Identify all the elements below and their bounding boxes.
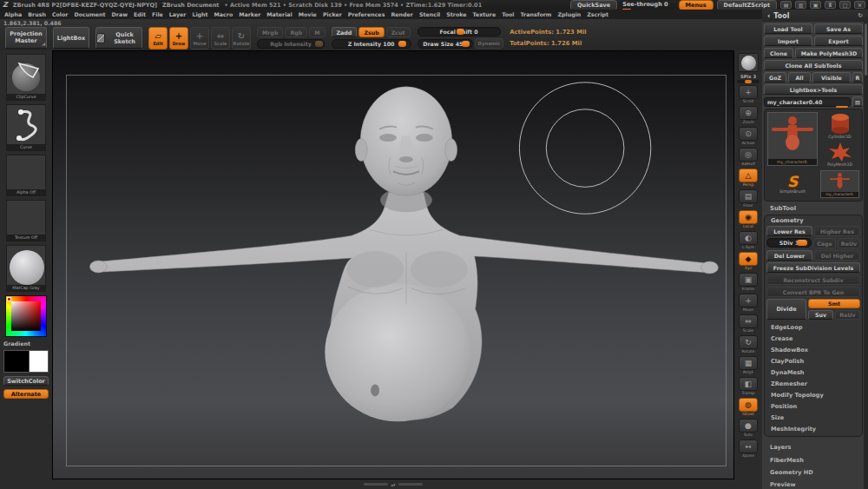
move-mode-button[interactable]: +Move [190,27,209,50]
lightbox-button[interactable]: LightBox [53,27,89,49]
menu-item[interactable]: Render [391,11,413,17]
zsub-button[interactable]: Zsub [358,27,384,37]
menu-item[interactable]: File [152,11,163,17]
back-chevron-icon[interactable]: ‹ [767,12,770,20]
panel-config-icon[interactable]: ▤ [780,1,792,9]
reuv-top-button[interactable]: ReUv [838,238,860,248]
tool-subpalette-header[interactable]: FiberMesh [764,453,863,466]
menu-item[interactable]: Macro [214,11,233,17]
geometry-subsection-header[interactable]: MeshIntegrity [766,423,860,434]
menu-item[interactable]: Movie [299,11,317,17]
current-material-thumbnail[interactable]: MatCap Gray [6,245,46,292]
menu-item[interactable]: Zscript [587,11,608,17]
shelf-button[interactable]: ⊕ Zoom [738,106,759,125]
goz-r-button[interactable]: R [852,72,863,83]
cage-button[interactable]: Cage [813,238,836,248]
menu-item[interactable]: Color [52,11,69,17]
spix-knob[interactable] [745,80,752,83]
freeze-subdivision-button[interactable]: Freeze SubDivision Levels [766,262,860,273]
menu-item[interactable]: Stencil [419,11,440,17]
spix-slider[interactable]: SPix 3 [737,74,760,83]
scale-mode-button[interactable]: ⇔Scale [211,27,230,50]
switch-color-button[interactable]: SwitchColor [3,376,49,386]
save-as-button[interactable]: Save As [814,23,863,34]
polymesh3d-tool[interactable]: PolyMesh3D [820,142,859,168]
goz-all-button[interactable]: All [788,72,811,83]
menu-item[interactable]: Tool [502,11,514,17]
convert-bpr-button[interactable]: Convert BPR To Geo [766,287,860,297]
shelf-button[interactable]: ▤ Floor [738,189,759,208]
clone-button[interactable]: Clone [764,48,793,58]
geometry-subsection-header[interactable]: ZRemesher [766,378,860,389]
shelf-button[interactable]: ⊙ Actual [738,127,759,146]
smt-toggle[interactable]: Smt [808,299,860,308]
draw-mode-button[interactable]: +Draw [169,27,188,50]
menu-item[interactable]: Document [74,11,105,17]
current-stroke-thumbnail[interactable]: Curve [6,104,46,151]
reuv-toggle[interactable]: ReUv [835,310,860,320]
current-texture-thumbnail[interactable]: Texture Off [6,200,46,241]
z-intensity-knob[interactable] [398,41,406,47]
active-tool-thumbnail[interactable]: my_character0. [767,112,818,166]
subtool-section-header[interactable]: SubTool [764,203,863,213]
higher-res-button[interactable]: Higher Res [814,226,860,236]
del-lower-button[interactable]: Del Lower [766,250,812,261]
geometry-subsection-header[interactable]: ClayPolish [766,355,860,367]
shelf-button[interactable]: + Scroll [738,85,759,104]
rgb-intensity-knob[interactable] [315,41,323,47]
current-alpha-thumbnail[interactable]: Alpha Off [6,155,46,196]
menu-item[interactable]: Picker [323,11,342,17]
divider-config-icon[interactable]: ▥ [795,1,806,9]
cylinder3d-tool[interactable]: Cylinder3D [820,112,859,140]
lock-icon[interactable]: ▣ [810,1,821,9]
shelf-button[interactable]: ▦ PolyF [738,356,759,375]
color-picker[interactable] [5,295,47,337]
lower-res-button[interactable]: Lower Res [766,226,812,236]
document-canvas[interactable] [52,50,734,479]
reconstruct-subdiv-button[interactable]: Reconstruct Subdiv [766,274,860,285]
shelf-button[interactable]: △ Persp [738,169,759,188]
default-zscript-button[interactable]: DefaultZScript [717,0,777,10]
menu-item[interactable]: Edit [134,11,146,17]
close-button[interactable]: × [854,1,865,9]
goz-button[interactable]: GoZ [764,72,786,83]
draw-size-slider[interactable]: Draw Size 459 [418,39,473,49]
focal-shift-slider[interactable]: Focal Shift 0 [418,27,501,36]
minimize-button[interactable]: ⊼ [825,1,836,9]
menu-item[interactable]: Material [266,11,292,17]
shelf-button[interactable]: ◎ AAHalf [738,148,759,167]
zadd-button[interactable]: Zadd [332,27,358,37]
sdiv-slider[interactable]: SDiv 3 [766,238,812,248]
focal-shift-knob[interactable] [457,29,464,35]
tool-subpalette-header[interactable]: Layers [764,441,863,453]
zcut-button[interactable]: Zcut [386,27,411,37]
menu-item[interactable]: Layer [169,11,187,17]
secondary-color-swatch[interactable] [30,350,49,373]
geometry-subsection-header[interactable]: Size [766,412,860,423]
gradient-label[interactable]: Gradient [3,340,49,347]
menu-item[interactable]: Draw [112,11,128,17]
shelf-button[interactable]: ▣ Frame [738,273,759,292]
shelf-button[interactable]: ↔ Xpose [738,439,759,459]
shelf-button[interactable]: ◧ Transp [738,377,759,396]
shelf-button[interactable]: ◆ Xyz [738,252,759,271]
shelf-button[interactable]: ↻ Rotate [738,335,759,354]
rgb-intensity-slider[interactable]: Rgb Intensity [257,39,325,49]
shelf-material-thumbnail[interactable] [738,53,759,72]
load-tool-button[interactable]: Load Tool [764,23,812,34]
goz-visible-button[interactable]: Visible [812,72,851,83]
make-polymesh3d-button[interactable]: Make PolyMesh3D [795,48,863,58]
menu-item[interactable]: Zplugin [557,11,581,17]
restore-button[interactable]: □ [839,1,851,9]
menu-item[interactable]: Brush [28,11,46,17]
geometry-subsection-header[interactable]: Crease [766,333,860,344]
menu-item[interactable]: Light [192,11,207,17]
menu-item[interactable]: Stroke [446,11,466,17]
quicksave-button[interactable]: QuickSave [570,0,617,10]
suv-toggle[interactable]: Suv [808,310,833,320]
geometry-subsection-header[interactable]: Position [766,400,860,412]
menu-item[interactable]: Alpha [4,11,22,17]
scrollbar-thumb[interactable] [865,23,867,76]
shelf-button[interactable]: ◍ Ghost [738,398,759,417]
canvas-splitter[interactable]: ▴▾ [52,479,734,489]
